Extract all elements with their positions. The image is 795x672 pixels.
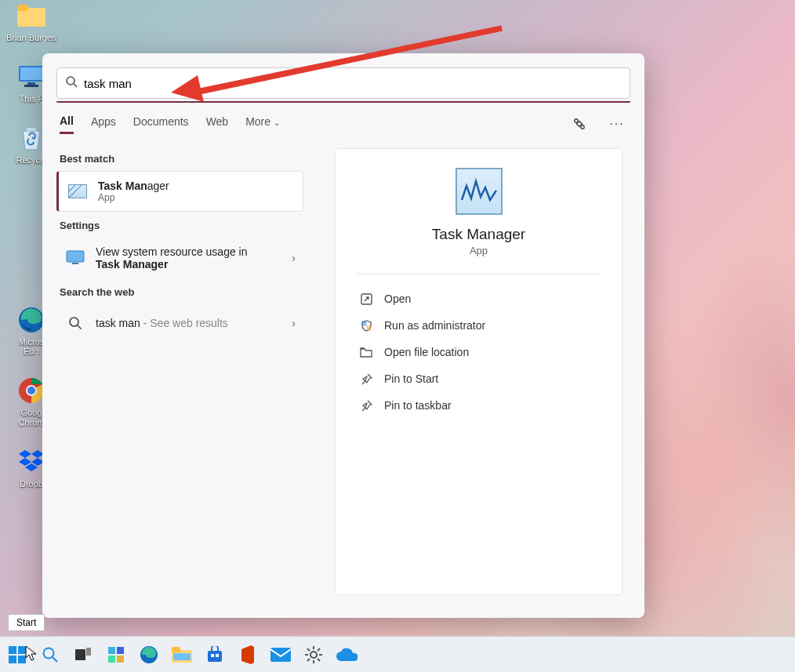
svg-rect-32 (108, 647, 115, 654)
icon-label: Brian Burgess (6, 33, 56, 42)
cursor-icon (25, 645, 38, 661)
taskbar-settings[interactable] (303, 644, 325, 666)
svg-line-49 (307, 648, 310, 651)
svg-rect-39 (173, 653, 191, 660)
action-pin-to-start[interactable]: Pin to Start (358, 365, 600, 392)
svg-point-10 (67, 77, 74, 85)
action-label: Open file location (384, 346, 469, 358)
svg-rect-40 (208, 651, 222, 662)
taskbar-search[interactable] (39, 644, 61, 666)
start-tooltip: Start (8, 614, 45, 631)
svg-rect-34 (108, 656, 115, 663)
action-run-as-admin[interactable]: Run as administrator (358, 312, 600, 339)
filter-tabs: All Apps Documents Web More ⌄ ··· (42, 103, 644, 139)
tab-apps[interactable]: Apps (91, 115, 116, 133)
tab-web[interactable]: Web (206, 115, 229, 133)
action-open-file-location[interactable]: Open file location (358, 339, 600, 365)
result-title: Task Manager (98, 180, 169, 192)
svg-rect-38 (172, 647, 180, 652)
results-list: Best match Task Manager App Settings Vie… (42, 139, 313, 618)
tab-documents[interactable]: Documents (133, 115, 189, 133)
pin-icon (359, 372, 373, 386)
result-subtitle: App (98, 192, 169, 203)
start-search-flyout: All Apps Documents Web More ⌄ ··· Best m… (42, 53, 644, 618)
svg-rect-35 (117, 656, 124, 663)
svg-rect-4 (27, 82, 35, 85)
chevron-right-icon: › (292, 317, 296, 329)
open-icon (359, 292, 373, 306)
svg-rect-31 (86, 648, 91, 656)
svg-line-52 (318, 648, 320, 651)
tab-all[interactable]: All (60, 114, 74, 134)
section-search-web: Search the web (60, 286, 300, 298)
tab-more[interactable]: More ⌄ (245, 115, 280, 133)
search-icon (64, 312, 86, 334)
search-input[interactable] (84, 77, 622, 90)
svg-rect-30 (75, 649, 85, 660)
result-system-resource-usage[interactable]: View system resource usage in Task Manag… (56, 238, 303, 278)
action-label: Pin to taskbar (384, 399, 452, 412)
svg-line-11 (74, 84, 77, 87)
svg-rect-16 (72, 263, 78, 264)
svg-rect-26 (9, 656, 16, 663)
taskbar-onedrive[interactable] (336, 644, 358, 666)
section-settings: Settings (60, 220, 300, 231)
chevron-right-icon: › (292, 252, 296, 264)
svg-rect-15 (67, 251, 84, 262)
result-title: View system resource usage in Task Manag… (96, 245, 248, 271)
action-label: Open (384, 292, 411, 305)
svg-rect-42 (216, 654, 219, 657)
svg-rect-33 (117, 647, 124, 654)
action-label: Pin to Start (384, 372, 438, 385)
taskbar-mail[interactable] (270, 644, 292, 666)
shield-icon (359, 318, 373, 332)
svg-rect-24 (9, 646, 16, 654)
connector-icon[interactable] (569, 114, 590, 134)
svg-rect-43 (270, 648, 291, 662)
task-manager-icon (456, 168, 503, 215)
svg-line-29 (53, 657, 57, 662)
svg-line-18 (78, 325, 82, 329)
svg-rect-5 (24, 85, 38, 87)
svg-rect-21 (366, 325, 371, 331)
svg-point-28 (44, 648, 54, 658)
taskbar-taskview[interactable] (72, 644, 94, 666)
search-icon (65, 75, 78, 91)
svg-point-12 (575, 119, 578, 122)
taskbar-office[interactable] (237, 644, 259, 666)
taskbar-edge[interactable] (138, 644, 160, 666)
desktop-user-folder[interactable]: Brian Burgess (6, 0, 56, 42)
svg-line-50 (318, 659, 320, 661)
taskbar-store[interactable] (204, 644, 226, 666)
action-label: Run as administrator (384, 319, 485, 332)
svg-rect-20 (362, 321, 367, 326)
more-options-icon[interactable]: ··· (607, 114, 627, 134)
svg-point-44 (310, 652, 317, 658)
svg-point-9 (27, 387, 35, 394)
search-bar[interactable] (56, 67, 630, 99)
result-web-search[interactable]: task man - See web results › (56, 304, 303, 342)
svg-point-17 (70, 318, 78, 326)
svg-rect-41 (211, 654, 214, 657)
result-task-manager[interactable]: Task Manager App (56, 171, 303, 212)
taskbar (0, 636, 795, 672)
preview-subtitle: App (470, 245, 488, 256)
task-manager-icon (67, 180, 89, 202)
preview-panel: Task Manager App Open Run as administrat… (335, 148, 623, 595)
preview-title: Task Manager (432, 226, 525, 243)
section-best-match: Best match (60, 153, 300, 165)
svg-line-51 (307, 659, 310, 661)
pin-icon (359, 398, 373, 412)
chevron-down-icon: ⌄ (274, 118, 280, 127)
svg-rect-1 (17, 5, 28, 11)
action-pin-to-taskbar[interactable]: Pin to taskbar (358, 392, 600, 419)
result-title: task man - See web results (96, 317, 228, 329)
settings-monitor-icon (64, 247, 86, 269)
taskbar-explorer[interactable] (171, 644, 193, 666)
action-open[interactable]: Open (358, 285, 600, 312)
taskbar-widgets[interactable] (105, 644, 127, 666)
svg-rect-3 (20, 67, 42, 80)
folder-icon (359, 345, 373, 359)
svg-point-13 (581, 125, 584, 129)
